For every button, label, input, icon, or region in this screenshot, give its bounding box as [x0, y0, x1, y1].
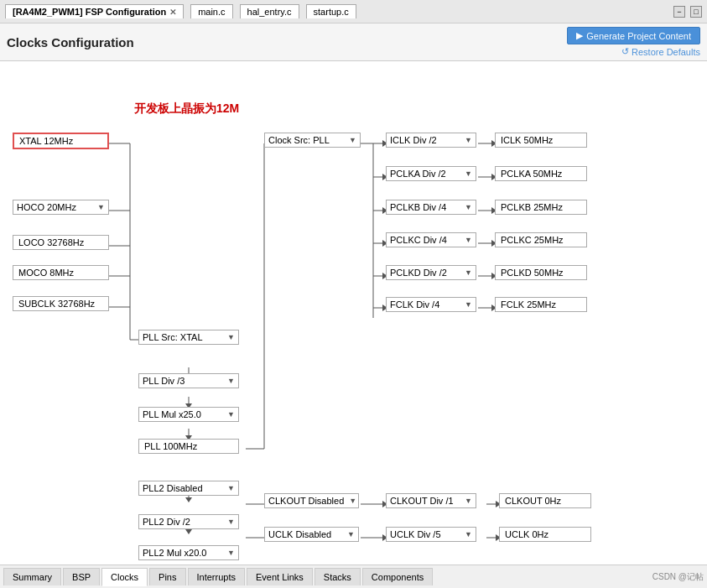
iclk-box: ICLK 50MHz — [495, 133, 587, 148]
pll-mul-arrow-icon: ▼ — [227, 410, 235, 419]
loco-label: LOCO 32768Hz — [18, 237, 84, 247]
pll-100-label: PLL 100MHz — [144, 441, 197, 451]
pclka-label: PCLKA 50MHz — [501, 169, 562, 179]
uclk-div-dropdown[interactable]: UCLK Div /5 ▼ — [386, 527, 476, 542]
pll2-mul-dropdown[interactable]: PLL2 Mul x20.0 ▼ — [138, 545, 239, 560]
pll-div-label: PLL Div /3 — [143, 376, 185, 386]
fclk-box: FCLK 25MHz — [495, 297, 587, 312]
clkout-label: CLKOUT 0Hz — [505, 496, 561, 506]
pll-mul-dropdown[interactable]: PLL Mul x25.0 ▼ — [138, 407, 239, 422]
pclkc-div-label: PCLKC Div /4 — [390, 235, 447, 245]
restore-button[interactable]: □ — [690, 6, 702, 18]
tab-interrupts[interactable]: Interrupts — [188, 568, 245, 585]
hoco-dropdown[interactable]: HOCO 20MHz ▼ — [13, 200, 109, 215]
pclkb-div-dropdown[interactable]: PCLKB Div /4 ▼ — [386, 200, 476, 215]
pll-div-arrow-icon: ▼ — [227, 377, 235, 385]
clkout-div-dropdown[interactable]: CLKOUT Div /1 ▼ — [386, 493, 476, 508]
iclk-div-arrow-icon: ▼ — [465, 136, 472, 144]
pclkd-box: PCLKD 50MHz — [495, 265, 587, 280]
subclk-label: SUBCLK 32768Hz — [18, 299, 95, 309]
pclkc-div-dropdown[interactable]: PCLKC Div /4 ▼ — [386, 232, 476, 247]
pll2-disabled-arrow-icon: ▼ — [227, 484, 235, 492]
pclkd-div-arrow-icon: ▼ — [465, 268, 472, 277]
pclkd-div-label: PCLKD Div /2 — [390, 268, 447, 278]
tab-bsp[interactable]: BSP — [63, 568, 100, 585]
tab-fsp-label: [RA4M2_PWM1] FSP Configuration — [13, 7, 166, 17]
tab-hal-entry[interactable]: hal_entry.c — [240, 4, 299, 18]
iclk-div-dropdown[interactable]: ICLK Div /2 ▼ — [386, 133, 476, 148]
uclk-label: UCLK 0Hz — [505, 529, 548, 539]
tab-startup[interactable]: startup.c — [306, 4, 356, 18]
pll2-disabled-dropdown[interactable]: PLL2 Disabled ▼ — [138, 481, 239, 496]
uclk-div-label: UCLK Div /5 — [390, 529, 441, 539]
toolbar-right: ▶ Generate Project Content ↺ Restore Def… — [567, 27, 700, 57]
gen-label: Generate Project Content — [586, 31, 691, 41]
pclkb-div-arrow-icon: ▼ — [465, 203, 472, 211]
window-controls: − □ — [673, 6, 702, 18]
tab-clocks[interactable]: Clocks — [101, 568, 148, 586]
tab-components[interactable]: Components — [362, 568, 433, 585]
fclk-div-dropdown[interactable]: FCLK Div /4 ▼ — [386, 297, 476, 312]
clk-src-arrow-icon: ▼ — [349, 136, 356, 144]
tab-stacks[interactable]: Stacks — [315, 568, 361, 585]
pll-src-arrow-icon: ▼ — [227, 333, 235, 341]
pll-src-dropdown[interactable]: PLL Src: XTAL ▼ — [138, 330, 239, 345]
main-content: 开发板上晶振为12M — [0, 61, 707, 565]
pll-mul-label: PLL Mul x25.0 — [143, 409, 201, 419]
pll2-div-dropdown[interactable]: PLL2 Div /2 ▼ — [138, 514, 239, 529]
minimize-button[interactable]: − — [673, 6, 685, 18]
bottom-tab-bar: Summary BSP Clocks Pins Interrupts Event… — [0, 565, 707, 588]
iclk-div-label: ICLK Div /2 — [390, 135, 437, 145]
tab-close-icon[interactable]: ✕ — [169, 8, 176, 17]
uclk-disabled-dropdown[interactable]: UCLK Disabled ▼ — [264, 527, 359, 542]
loco-box: LOCO 32768Hz — [13, 235, 109, 250]
tab-event-links[interactable]: Event Links — [247, 568, 313, 585]
tab-main-c[interactable]: main.c — [190, 4, 232, 18]
pll2-div-arrow-icon: ▼ — [227, 518, 235, 526]
hoco-label: HOCO 20MHz — [17, 202, 76, 212]
pll-100-box: PLL 100MHz — [138, 439, 239, 454]
pclkd-div-dropdown[interactable]: PCLKD Div /2 ▼ — [386, 265, 476, 280]
pclka-box: PCLKA 50MHz — [495, 166, 587, 181]
toolbar: Clocks Configuration ▶ Generate Project … — [0, 23, 707, 61]
tab-startup-label: startup.c — [314, 7, 349, 17]
uclk-div-arrow-icon: ▼ — [465, 530, 472, 539]
subclk-box: SUBCLK 32768Hz — [13, 296, 109, 311]
tab-fsp-config[interactable]: [RA4M2_PWM1] FSP Configuration ✕ — [5, 4, 184, 18]
pclkb-div-label: PCLKB Div /4 — [390, 202, 446, 212]
pclkd-label: PCLKD 50MHz — [501, 268, 564, 278]
pll2-mul-label: PLL2 Mul x20.0 — [143, 548, 206, 558]
tab-summary[interactable]: Summary — [3, 568, 61, 585]
clkout-disabled-arrow-icon: ▼ — [349, 497, 356, 505]
pclka-div-dropdown[interactable]: PCLKA Div /2 ▼ — [386, 166, 476, 181]
tab-pins[interactable]: Pins — [149, 568, 185, 585]
pll-div-dropdown[interactable]: PLL Div /3 ▼ — [138, 373, 239, 388]
pclkb-label: PCLKB 25MHz — [501, 202, 563, 212]
pclka-div-label: PCLKA Div /2 — [390, 169, 446, 179]
clkout-div-label: CLKOUT Div /1 — [390, 496, 454, 506]
uclk-disabled-arrow-icon: ▼ — [347, 530, 355, 539]
tab-main-c-label: main.c — [198, 7, 225, 17]
clkout-disabled-dropdown[interactable]: CLKOUT Disabled ▼ — [264, 493, 359, 508]
svg-marker-32 — [185, 529, 192, 534]
pclkb-box: PCLKB 25MHz — [495, 200, 587, 215]
pll-src-label: PLL Src: XTAL — [143, 332, 203, 342]
tab-bar: [RA4M2_PWM1] FSP Configuration ✕ main.c … — [5, 4, 356, 18]
clock-diagram: XTAL 12MHz HOCO 20MHz ▼ LOCO 32768Hz MOC… — [8, 70, 704, 556]
generate-project-button[interactable]: ▶ Generate Project Content — [567, 27, 700, 44]
clkout-disabled-label: CLKOUT Disabled — [268, 496, 344, 506]
title-bar: [RA4M2_PWM1] FSP Configuration ✕ main.c … — [0, 0, 707, 23]
clkout-box: CLKOUT 0Hz — [499, 493, 591, 508]
svg-marker-30 — [185, 497, 192, 502]
clk-src-dropdown[interactable]: Clock Src: PLL ▼ — [264, 133, 361, 148]
pclkc-div-arrow-icon: ▼ — [465, 236, 472, 244]
pll2-disabled-label: PLL2 Disabled — [143, 483, 203, 493]
iclk-label: ICLK 50MHz — [501, 135, 553, 145]
fclk-div-arrow-icon: ▼ — [465, 300, 472, 309]
restore-defaults-button[interactable]: ↺ Restore Defaults — [621, 46, 700, 57]
fclk-div-label: FCLK Div /4 — [390, 299, 439, 310]
moco-box: MOCO 8MHz — [13, 265, 109, 280]
restore-icon: ↺ — [621, 46, 629, 57]
clk-src-label: Clock Src: PLL — [268, 135, 330, 145]
pll2-mul-arrow-icon: ▼ — [227, 549, 235, 557]
